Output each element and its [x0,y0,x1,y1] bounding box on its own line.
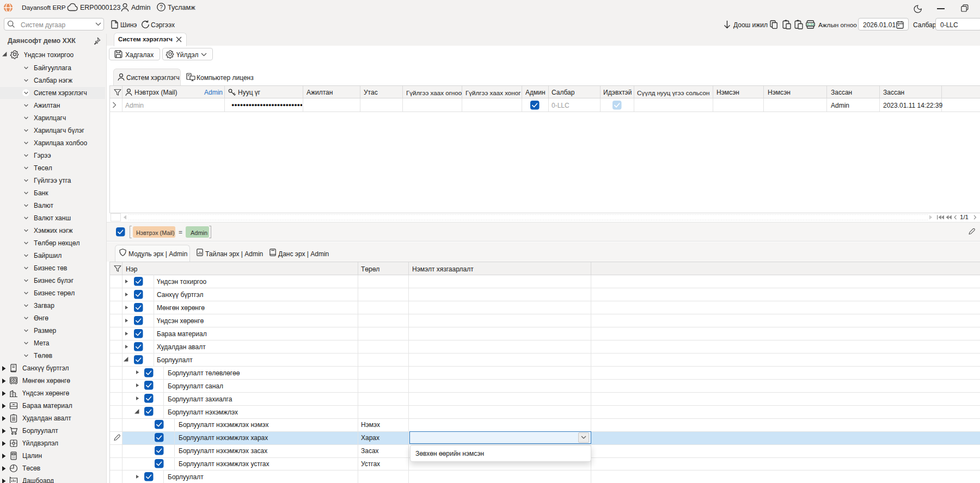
svg-text:XLSX: XLSX [806,23,814,26]
svg-text:?: ? [160,4,163,10]
